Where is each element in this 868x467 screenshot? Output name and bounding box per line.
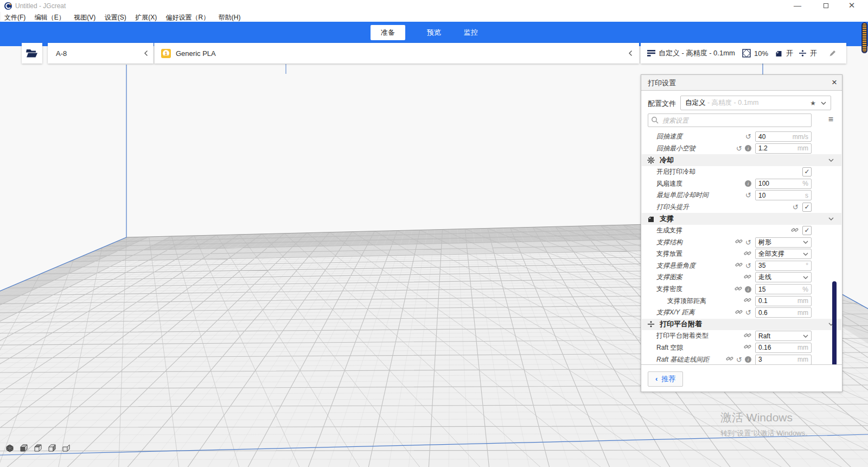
revert-icon[interactable]: ↺ — [745, 192, 751, 199]
setting-row[interactable]: 支撑结构↺树形 — [641, 236, 842, 248]
setting-row[interactable]: Raft 基础走线间距↺i3mm — [641, 354, 842, 365]
material-selector[interactable]: 1 Generic PLA — [154, 43, 639, 64]
setting-input[interactable]: 0.16mm — [755, 343, 812, 353]
chevron-left-icon: ‹ — [655, 375, 658, 383]
star-icon[interactable]: ★ — [810, 99, 816, 107]
view-left-button[interactable] — [48, 444, 56, 452]
link-icon — [735, 237, 743, 247]
menu-file[interactable]: 文件(F) — [1, 12, 29, 23]
menu-edit[interactable]: 编辑（E） — [31, 12, 68, 23]
revert-icon[interactable]: ↺ — [736, 356, 742, 363]
revert-icon[interactable]: ↺ — [745, 133, 751, 140]
chevron-down-icon — [821, 102, 826, 105]
setting-input[interactable]: 15% — [755, 284, 812, 294]
setting-row[interactable]: 支撑X/Y 距离↺0.6mm — [641, 307, 842, 319]
menu-extensions[interactable]: 扩展(X) — [132, 12, 160, 23]
adhesion-icon — [799, 49, 807, 57]
menu-help[interactable]: 帮助(H) — [215, 12, 244, 23]
search-icon — [651, 116, 659, 124]
settings-menu-icon[interactable]: ≡ — [828, 115, 833, 124]
setting-row[interactable]: 回抽速度↺40mm/s — [641, 131, 842, 143]
setting-row[interactable]: Raft 空隙0.16mm — [641, 342, 842, 354]
settings-section[interactable]: 支撑 — [642, 213, 841, 225]
menu-view[interactable]: 视图(V) — [71, 12, 99, 23]
revert-icon[interactable]: ↺ — [745, 309, 751, 316]
settings-section[interactable]: 打印平台附着 — [642, 319, 841, 331]
recommended-mode-button[interactable]: ‹推荐 — [648, 371, 683, 387]
search-input[interactable] — [648, 113, 812, 127]
setting-input[interactable]: 1.2mm — [755, 143, 812, 154]
setting-checkbox[interactable]: ✓ — [802, 167, 812, 176]
unit-label: mm — [797, 344, 808, 351]
setting-input[interactable]: 40mm/s — [755, 131, 812, 142]
setting-input[interactable]: 0.1mm — [755, 296, 812, 306]
setting-row[interactable]: 支撑密度i15% — [641, 283, 842, 295]
setting-label: Raft 基础走线间距 — [656, 355, 726, 364]
setting-label: 风扇速度 — [656, 179, 745, 188]
summary-profile: 自定义 - 高精度 - 0.1mm — [659, 48, 735, 58]
unit-label: mm — [797, 144, 808, 152]
setting-row[interactable]: 支撑顶部距离0.1mm — [641, 295, 842, 307]
view-3d-button[interactable] — [5, 444, 14, 452]
setting-input[interactable]: 10s — [755, 190, 812, 200]
setting-input[interactable]: 3mm — [755, 355, 812, 365]
window-minimize-button[interactable]: — — [787, 0, 808, 12]
app-logo-icon — [4, 2, 12, 10]
setting-label: 生成支撑 — [656, 226, 791, 235]
setting-row[interactable]: 生成支撑✓ — [641, 225, 842, 237]
setting-label: 支撑图案 — [656, 273, 744, 282]
setting-input[interactable]: 0.6mm — [755, 307, 812, 318]
setting-row[interactable]: 支撑放置全部支撑 — [641, 248, 842, 260]
setting-dropdown[interactable]: 树形 — [755, 237, 812, 248]
setting-input[interactable]: 35° — [755, 261, 812, 271]
setting-row[interactable]: 开启打印冷却✓ — [641, 166, 842, 178]
revert-icon[interactable]: ↺ — [793, 204, 799, 211]
setting-row[interactable]: 风扇速度i100% — [641, 178, 842, 190]
chevron-left-icon — [144, 50, 148, 56]
setting-row[interactable]: 支撑图案走线 — [641, 272, 842, 283]
revert-icon[interactable]: ↺ — [745, 239, 751, 246]
unit-label: mm/s — [793, 133, 808, 141]
tab-monitor[interactable]: 监控 — [456, 25, 486, 40]
close-icon[interactable]: × — [832, 75, 837, 90]
settings-scrollbar[interactable] — [832, 281, 837, 368]
setting-row[interactable]: 回抽最小空驶↺i1.2mm — [641, 143, 842, 155]
view-top-button[interactable] — [34, 444, 42, 452]
setting-dropdown[interactable]: 全部支撑 — [755, 249, 812, 259]
setting-row[interactable]: 打印头提升↺✓ — [641, 201, 842, 213]
panel-header[interactable]: 打印设置 × — [641, 75, 842, 91]
view-right-button[interactable] — [62, 444, 71, 452]
striped-scroll-widget[interactable] — [861, 22, 867, 53]
revert-icon[interactable]: ↺ — [736, 145, 742, 152]
setting-dropdown[interactable]: 走线 — [755, 272, 812, 282]
setting-input[interactable]: 100% — [755, 179, 812, 189]
settings-section[interactable]: 冷却 — [642, 154, 841, 166]
setting-checkbox[interactable]: ✓ — [802, 203, 812, 212]
menu-bar: 文件(F) 编辑（E） 视图(V) 设置(S) 扩展(X) 偏好设置（R） 帮助… — [1, 12, 868, 22]
menu-preferences[interactable]: 偏好设置（R） — [163, 12, 213, 23]
info-icon: i — [745, 356, 751, 363]
setting-row[interactable]: 支撑悬垂角度↺35° — [641, 260, 842, 272]
printer-selector[interactable]: A-8 — [48, 43, 154, 64]
support-icon — [647, 215, 655, 223]
window-maximize-button[interactable] — [815, 0, 837, 12]
revert-icon[interactable]: ↺ — [745, 262, 751, 269]
setting-checkbox[interactable]: ✓ — [802, 226, 812, 235]
tab-prepare[interactable]: 准备 — [371, 25, 405, 40]
application-window: 激活 Windows 转到“设置”以激活 Windows。 Untitled -… — [0, 0, 868, 467]
print-settings-summary[interactable]: 自定义 - 高精度 - 0.1mm 10% 开 开 — [641, 43, 846, 64]
window-close-button[interactable]: ✕ — [841, 0, 863, 12]
infill-icon — [742, 49, 751, 58]
menu-settings[interactable]: 设置(S) — [101, 12, 130, 23]
view-front-button[interactable] — [20, 444, 28, 452]
edit-pencil-icon[interactable] — [829, 49, 837, 57]
profile-layers-icon — [647, 50, 655, 56]
section-label: 冷却 — [660, 155, 674, 165]
open-file-button[interactable] — [22, 43, 42, 64]
tab-preview[interactable]: 预览 — [419, 25, 449, 40]
setting-row[interactable]: 最短单层冷却时间↺10s — [641, 190, 842, 201]
summary-support: 开 — [786, 48, 793, 58]
setting-row[interactable]: 打印平台附着类型Raft — [641, 330, 842, 342]
setting-dropdown[interactable]: Raft — [755, 331, 812, 341]
profile-dropdown[interactable]: 自定义 - 高精度 - 0.1mm ★ — [680, 96, 831, 110]
